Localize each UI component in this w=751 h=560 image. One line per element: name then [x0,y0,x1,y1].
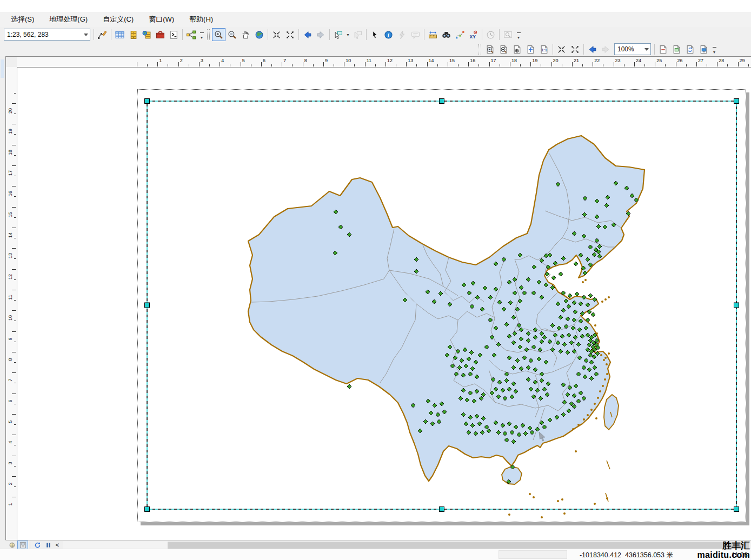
identify-button[interactable] [382,28,395,41]
ruler-label: 26 [677,58,683,63]
toggle-draft-mode-button[interactable] [656,43,670,56]
python-window-button[interactable] [167,28,181,41]
forward-extent-button[interactable] [314,28,328,41]
model-builder-button[interactable] [184,28,198,41]
ruler-label: 21 [574,58,579,63]
tools-overflow[interactable]: ▾ [515,31,522,42]
ruler-label: 25 [656,58,662,63]
refresh-view-button[interactable] [32,541,43,550]
hyperlink-button[interactable] [395,28,409,41]
menu-geoprocessing[interactable]: 地理处理(G) [42,12,95,28]
go-forward-page-extent-button[interactable] [599,43,613,56]
zoom-out-icon [228,30,237,39]
selection-handle[interactable] [145,507,150,512]
ruler-label: 9 [325,58,328,63]
fixed-zoom-out-button[interactable] [283,28,297,41]
ruler-major-tick [12,352,16,352]
selection-handle[interactable] [145,303,150,308]
ruler-label: 12 [387,58,393,63]
layout-zoom-in-button[interactable] [483,43,497,56]
editor-toolbar-button[interactable] [96,28,109,41]
zoom-out-button[interactable] [225,28,239,41]
zoom-percent-combo[interactable]: 100% [614,43,651,55]
ruler-major-tick [12,145,16,145]
layout-view-button[interactable] [17,541,28,550]
ruler-major-tick [12,124,16,124]
find-route-button[interactable] [453,28,467,41]
layout-overflow[interactable]: ▾ [710,45,718,56]
fixed-zoom-in-button[interactable] [270,28,283,41]
selection-handle[interactable] [734,507,739,512]
select-elements-button[interactable] [368,28,382,41]
separator [30,542,30,548]
layout-pan-button[interactable] [510,43,524,56]
layout-page[interactable] [137,89,746,522]
layout-zoom-out-button[interactable] [497,43,510,56]
map-scale-combo[interactable]: 1:23, 562, 283 [4,29,90,41]
back-extent-button[interactable] [301,28,314,41]
select-feat-icon [334,30,343,39]
data-frame-selection[interactable] [138,90,746,522]
chevron-down-icon[interactable] [84,34,88,36]
html-popup-button[interactable] [409,28,422,41]
layout-fixed-zoom-out-button[interactable] [568,43,582,56]
pan-button[interactable] [239,28,252,41]
viewer-window-button[interactable] [501,28,515,41]
dataview-icon [9,542,16,549]
search-window-button[interactable] [140,28,154,41]
toolbar-grip[interactable] [478,44,481,55]
ruler-minor-tick [14,114,16,114]
menu-help[interactable]: 帮助(H) [182,12,221,28]
select-features-dropdown[interactable]: ▾ [345,29,351,40]
ruler-minor-tick [665,64,666,66]
zoom-whole-page-button[interactable] [524,43,537,56]
go-to-xy-button[interactable] [467,28,480,41]
layout-fixed-zoom-in-button[interactable] [555,43,568,56]
lightning-icon [397,30,407,39]
ruler-label: 24 [636,58,641,63]
full-extent-button[interactable] [252,28,266,41]
ruler-label: 18 [511,58,517,63]
selection-handle[interactable] [734,99,739,104]
time-slider-button[interactable] [484,28,497,41]
selection-handle[interactable] [734,303,739,308]
selection-handle[interactable] [145,99,150,104]
arctoolbox-button[interactable] [154,28,167,41]
data-driven-pages-button[interactable] [697,43,710,56]
catalog-window-button[interactable] [127,28,140,41]
clear-selection-button[interactable] [351,28,364,41]
zoom-in-button[interactable] [212,28,225,41]
ruler-minor-tick [707,64,707,66]
scroll-left-chevron[interactable]: < [54,541,61,549]
selection-handle[interactable] [440,507,444,512]
pause-drawing-button[interactable] [43,541,54,550]
ruler-major-tick [241,62,241,66]
standard-overflow[interactable]: ▾ [198,31,205,42]
table-of-contents-button[interactable] [113,28,127,41]
toc-tab[interactable] [1,59,4,78]
ruler-minor-tick [354,64,355,66]
chevron-down-icon[interactable] [644,48,649,51]
zoom-100-percent-button[interactable] [537,43,551,56]
selection-handle[interactable] [440,99,444,104]
menu-window[interactable]: 窗口(W) [141,12,182,28]
menu-selection[interactable]: 选择(S) [3,12,42,28]
catalog-icon [129,30,138,39]
ruler-major-tick [303,62,303,66]
horizontal-scrollbar[interactable] [63,541,751,549]
map-scale-combo-value: 1:23, 562, 283 [7,31,49,38]
select-features-button[interactable] [331,28,345,41]
data-view-button[interactable] [6,541,17,550]
menu-customize[interactable]: 自定义(C) [95,12,141,28]
ruler-major-tick [12,290,16,290]
measure-button[interactable] [426,28,440,41]
layout-scratch-area [17,67,751,541]
change-layout-button[interactable] [683,43,697,56]
go-back-page-extent-button[interactable] [586,43,599,56]
find-button[interactable] [440,28,453,41]
ruler-label: 1 [6,501,16,508]
scrollbar-thumb[interactable] [168,542,749,549]
focus-data-frame-button[interactable] [670,43,683,56]
ruler-corner [6,57,17,67]
toolbar-grip[interactable] [207,29,210,40]
